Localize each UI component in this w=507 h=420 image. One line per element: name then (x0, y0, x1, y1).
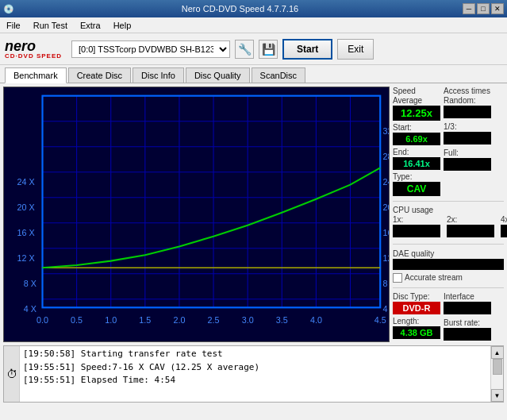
right-panel: Speed Average 12.25x Start: 6.69x End: 1… (393, 87, 504, 342)
svg-text:4: 4 (382, 304, 387, 314)
burst-rate-value-box (444, 328, 491, 341)
tab-disc-info[interactable]: Disc Info (133, 67, 184, 83)
chart-svg: 4 X 8 X 12 X 16 X 20 X 24 X 4 8 12 16 20… (4, 87, 389, 341)
tab-benchmark[interactable]: Benchmark (5, 67, 67, 83)
save-icon-btn[interactable]: 💾 (259, 40, 278, 59)
title-bar-title: Nero CD-DVD Speed 4.7.7.16 (182, 4, 298, 13)
speed-access-row: Speed Average 12.25x Start: 6.69x End: 1… (393, 87, 504, 196)
accurate-stream-label: Accurate stream (405, 273, 463, 282)
tab-create-disc[interactable]: Create Disc (68, 67, 131, 83)
nero-logo-sub: CD·DVD SPEED (5, 53, 62, 60)
tab-disc-quality[interactable]: Disc Quality (186, 67, 250, 83)
title-bar-controls: ─ □ ✕ (463, 3, 504, 14)
svg-text:24: 24 (382, 177, 389, 187)
one-third-value-box (444, 132, 491, 144)
disc-type-section: Disc Type: DVD-R Length: 4.38 GB (393, 292, 440, 342)
log-content: [19:50:58] Starting transfer rate test [… (20, 346, 490, 402)
svg-rect-0 (4, 87, 389, 341)
chart-area: 4 X 8 X 12 X 16 X 20 X 24 X 4 8 12 16 20… (3, 87, 390, 342)
properties-icon-btn[interactable]: 🔧 (235, 40, 254, 59)
cpu-4x-label: 4x: (501, 215, 507, 224)
speed-section: Speed Average 12.25x Start: 6.69x End: 1… (393, 87, 440, 196)
cpu-4x-box (501, 225, 507, 237)
log-scrollbar: ▲ ▼ (490, 346, 503, 402)
toolbar: nero CD·DVD SPEED [0:0] TSSTcorp DVDWBD … (0, 33, 507, 65)
start-value: 6.69x (393, 133, 440, 145)
svg-text:12: 12 (382, 253, 389, 263)
svg-text:12 X: 12 X (17, 253, 35, 263)
cpu-2x-box (447, 225, 494, 237)
tabs: Benchmark Create Disc Disc Info Disc Qua… (0, 65, 507, 83)
svg-text:20: 20 (382, 202, 389, 212)
svg-text:0.0: 0.0 (36, 315, 48, 325)
scrollbar-track (492, 359, 503, 389)
exit-button[interactable]: Exit (337, 39, 374, 60)
svg-text:16: 16 (382, 228, 389, 237)
speed-label: Speed (393, 87, 440, 95)
tab-scan-disc[interactable]: ScanDisc (252, 67, 305, 83)
cpu-1x-col: 1x: (393, 215, 440, 239)
access-times-label: Access times (444, 87, 491, 95)
full-value-box (444, 158, 491, 171)
svg-text:1.0: 1.0 (105, 315, 117, 325)
log-icon: ⏱ (4, 346, 20, 402)
svg-text:20 X: 20 X (17, 202, 35, 212)
cpu-2x-col: 2x: (447, 215, 494, 239)
interface-section: Interface Burst rate: (444, 292, 491, 342)
svg-text:0.5: 0.5 (71, 315, 83, 325)
scrollbar-thumb[interactable] (493, 359, 502, 375)
menu-run-test[interactable]: Run Test (30, 20, 71, 31)
svg-text:28: 28 (382, 152, 389, 161)
interface-label: Interface (444, 292, 491, 301)
cpu-1x-label: 1x: (393, 215, 440, 224)
log-line-1: [19:50:58] Starting transfer rate test (23, 348, 487, 361)
minimize-button[interactable]: ─ (463, 3, 475, 14)
dae-section: DAE quality Accurate stream (393, 249, 504, 283)
access-times-section: Access times Random: 1/3: Full: (444, 87, 491, 196)
svg-text:2.0: 2.0 (173, 315, 185, 325)
end-label: End: (393, 148, 440, 156)
svg-text:16 X: 16 X (17, 228, 35, 237)
full-label: Full: (444, 148, 491, 157)
length-label: Length: (393, 317, 440, 326)
disc-type-value: DVD-R (393, 302, 440, 314)
cpu-label: CPU usage (393, 206, 504, 214)
start-label: Start: (393, 123, 440, 132)
disc-type-label: Disc Type: (393, 292, 440, 301)
average-label: Average (393, 96, 440, 105)
svg-text:1.5: 1.5 (139, 315, 151, 325)
menu-file[interactable]: File (3, 20, 24, 31)
log-line-2: [19:55:51] Speed:7-16 X CAV (12.25 X ave… (23, 361, 487, 375)
scrollbar-up-btn[interactable]: ▲ (491, 346, 504, 359)
cpu-usage-section: CPU usage 1x: 2x: 4x: 8x: (393, 206, 504, 239)
scrollbar-down-btn[interactable]: ▼ (491, 389, 504, 402)
cpu-row: 1x: 2x: 4x: 8x: (393, 215, 504, 239)
maximize-button[interactable]: □ (477, 3, 490, 14)
svg-text:32: 32 (382, 126, 389, 136)
random-label: Random: (444, 96, 491, 105)
type-value: CAV (393, 182, 440, 196)
cpu-2x-label: 2x: (447, 215, 494, 224)
cpu-4x-col: 4x: (501, 215, 507, 239)
menu-bar: File Run Test Extra Help (0, 17, 507, 33)
nero-logo: nero CD·DVD SPEED (5, 39, 62, 60)
close-button[interactable]: ✕ (491, 3, 504, 14)
menu-help[interactable]: Help (110, 20, 135, 31)
svg-text:3.5: 3.5 (276, 315, 288, 325)
main-content: 4 X 8 X 12 X 16 X 20 X 24 X 4 8 12 16 20… (0, 83, 507, 345)
drive-select[interactable]: [0:0] TSSTcorp DVDWBD SH-B123L SB04 (71, 40, 230, 58)
disc-interface-row: Disc Type: DVD-R Length: 4.38 GB Interfa… (393, 292, 504, 342)
interface-value-box (444, 302, 491, 314)
svg-text:24 X: 24 X (17, 177, 35, 187)
accurate-stream-row: Accurate stream (393, 273, 504, 283)
svg-text:4.5: 4.5 (374, 315, 386, 325)
cpu-1x-box (393, 225, 440, 237)
end-value: 16.41x (393, 157, 440, 170)
accurate-stream-checkbox[interactable] (393, 273, 402, 283)
log-icon-symbol: ⏱ (6, 368, 17, 380)
type-label: Type: (393, 172, 440, 181)
length-value: 4.38 GB (393, 326, 440, 339)
average-value: 12.25x (393, 106, 440, 121)
start-button[interactable]: Start (282, 39, 332, 60)
menu-extra[interactable]: Extra (77, 20, 104, 31)
